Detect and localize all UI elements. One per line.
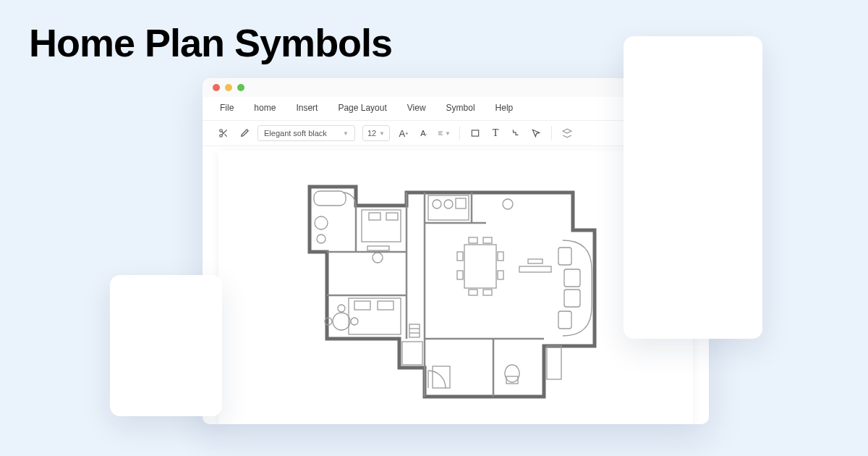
increase-font-icon[interactable]: A+	[397, 127, 410, 140]
chevron-down-icon: ▼	[343, 130, 349, 137]
svg-rect-28	[354, 301, 370, 310]
svg-rect-24	[386, 213, 398, 220]
divider	[459, 126, 460, 140]
svg-point-0	[220, 130, 223, 132]
svg-rect-56	[547, 346, 561, 379]
connector-tool-icon[interactable]	[509, 127, 522, 140]
floating-card-left	[110, 275, 222, 416]
svg-rect-23	[369, 213, 380, 220]
svg-rect-50	[558, 248, 571, 265]
svg-rect-37	[456, 198, 466, 208]
maximize-icon[interactable]	[237, 84, 244, 91]
svg-rect-47	[498, 271, 503, 279]
svg-marker-9	[563, 129, 571, 133]
floorplan-drawing	[305, 180, 616, 404]
svg-rect-39	[464, 245, 496, 288]
svg-point-33	[351, 318, 358, 325]
svg-rect-40	[469, 237, 477, 243]
font-family-select[interactable]: Elegant soft black ▼	[258, 125, 355, 141]
minimize-icon[interactable]	[225, 84, 232, 91]
menu-view[interactable]: View	[407, 103, 426, 113]
svg-point-26	[373, 253, 383, 263]
menu-home[interactable]: home	[254, 103, 276, 113]
svg-point-21	[317, 235, 326, 243]
svg-rect-8	[472, 130, 478, 136]
chevron-down-icon: ▼	[445, 130, 451, 137]
text-tool-icon[interactable]: T	[489, 127, 502, 140]
menu-help[interactable]: Help	[495, 103, 514, 113]
svg-rect-49	[528, 259, 542, 263]
svg-rect-51	[564, 269, 580, 287]
font-family-value: Elegant soft black	[264, 129, 327, 138]
svg-rect-45	[457, 271, 463, 279]
menu-page-layout[interactable]: Page Layout	[338, 103, 386, 113]
align-icon[interactable]: ▼	[438, 127, 451, 140]
svg-rect-48	[519, 266, 551, 272]
svg-point-36	[444, 200, 453, 208]
svg-rect-58	[409, 324, 420, 337]
svg-rect-42	[469, 290, 477, 295]
svg-point-38	[503, 199, 513, 209]
close-icon[interactable]	[213, 84, 220, 91]
menu-insert[interactable]: Insert	[296, 103, 318, 113]
svg-rect-29	[378, 301, 393, 310]
svg-point-35	[433, 200, 441, 208]
svg-rect-27	[349, 298, 401, 334]
svg-rect-46	[498, 252, 503, 261]
pointer-tool-icon[interactable]	[529, 127, 542, 140]
svg-line-3	[224, 134, 226, 136]
svg-rect-52	[564, 290, 580, 307]
rectangle-tool-icon[interactable]	[469, 127, 482, 140]
floating-card-right	[624, 36, 762, 339]
svg-point-30	[333, 313, 350, 330]
svg-rect-44	[457, 252, 463, 261]
svg-point-31	[338, 305, 345, 312]
svg-point-20	[315, 216, 328, 229]
svg-rect-22	[362, 210, 401, 242]
svg-point-1	[220, 135, 223, 138]
font-size-value: 12	[367, 129, 376, 138]
svg-rect-19	[314, 191, 346, 206]
page-title: Home Plan Symbols	[29, 20, 392, 65]
svg-rect-41	[483, 237, 492, 243]
menu-file[interactable]: File	[220, 103, 234, 113]
font-size-select[interactable]: 12 ▼	[362, 125, 390, 141]
cut-icon[interactable]	[217, 127, 230, 140]
chevron-down-icon: ▼	[379, 130, 385, 137]
decrease-font-icon[interactable]: A-	[417, 127, 430, 140]
svg-rect-57	[402, 342, 422, 365]
divider	[551, 126, 552, 140]
svg-line-4	[222, 132, 224, 133]
format-painter-icon[interactable]	[237, 127, 250, 140]
menu-symbol[interactable]: Symbol	[446, 103, 475, 113]
svg-rect-43	[483, 290, 492, 295]
svg-rect-25	[367, 246, 389, 250]
drawing-canvas[interactable]	[218, 151, 693, 424]
layers-icon[interactable]	[561, 127, 574, 140]
svg-rect-53	[558, 311, 571, 329]
